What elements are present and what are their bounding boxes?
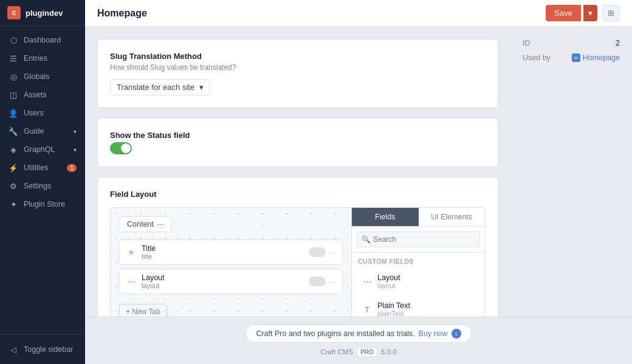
save-dropdown-button[interactable]: ▾ [583, 5, 597, 21]
users-icon: 👤 [9, 108, 18, 118]
field-more-icon[interactable]: ··· [329, 277, 336, 286]
grid-view-button[interactable]: ⊞ [602, 5, 620, 21]
homepage-link-icon: H [572, 53, 580, 62]
field-required-toggle[interactable] [309, 276, 326, 286]
tab-content-area: Content ··· ≡ Title title [111, 208, 351, 317]
sidebar-item-guide[interactable]: 🔧 Guide ▾ [0, 122, 85, 140]
trial-text: Craft Pro and two plugins are installed … [256, 329, 414, 338]
tab-fields[interactable]: Fields [352, 208, 419, 226]
fields-panel: Fields UI Elements 🔍 CUSTOM FIELDS ⋯ [351, 208, 485, 317]
buy-now-link[interactable]: Buy now [419, 329, 448, 338]
list-item[interactable]: ⋯ Layout layout [355, 269, 481, 294]
toggle-sidebar-label: Toggle sidebar [24, 345, 73, 354]
field-handle: layout [142, 282, 304, 289]
field-handle: title [142, 253, 304, 260]
app-name: plugindev [26, 9, 63, 18]
field-option-info: Plain Text plainText [377, 301, 410, 317]
search-icon: 🔍 [362, 235, 371, 244]
search-input[interactable] [357, 232, 480, 247]
content-tab[interactable]: Content ··· [119, 216, 171, 232]
sidebar-item-label: Entries [24, 54, 47, 63]
sidebar-nav: ⬡ Dashboard ☰ Entries ◎ Globals ◫ Assets… [0, 26, 85, 334]
meta-panel: ID 2 Used by H Homepage [510, 27, 632, 317]
field-layout-inner: Content ··· ≡ Title title [110, 207, 486, 317]
custom-fields-label: CUSTOM FIELDS [352, 253, 485, 267]
sidebar-item-label: Utilities [24, 163, 48, 172]
layout-field-icon: ⋯ [362, 276, 373, 287]
chevron-down-icon: ▾ [74, 128, 77, 135]
field-card-info: Layout layout [142, 273, 304, 289]
tab-ui-elements[interactable]: UI Elements [419, 208, 486, 226]
sidebar-item-users[interactable]: 👤 Users [0, 104, 85, 122]
new-tab-button[interactable]: + New Tab [119, 304, 167, 317]
plugin-icon: ✦ [9, 199, 18, 209]
field-name: Title [142, 244, 304, 253]
sidebar-item-label: Globals [24, 72, 49, 81]
meta-used-by-label: Used by [523, 53, 551, 62]
sidebar-item-label: Settings [24, 182, 51, 190]
tab-header: Content ··· [119, 216, 343, 232]
sidebar-item-entries[interactable]: ☰ Entries [0, 49, 85, 67]
tab-label: Content [127, 220, 154, 228]
app-logo[interactable]: c plugindev [0, 0, 85, 26]
sidebar-item-label: GraphQL [24, 145, 55, 154]
meta-id-label: ID [523, 39, 531, 47]
field-name: Layout [142, 273, 304, 282]
field-option-name: Layout [377, 273, 400, 282]
field-card-actions: ··· [309, 276, 336, 286]
meta-used-by-link[interactable]: H Homepage [572, 53, 620, 62]
sidebar-item-settings[interactable]: ⚙ Settings [0, 177, 85, 195]
field-required-toggle[interactable] [309, 247, 326, 257]
sidebar-item-globals[interactable]: ◎ Globals [0, 67, 85, 86]
meta-used-by-value: Homepage [583, 53, 620, 62]
sidebar-item-dashboard[interactable]: ⬡ Dashboard [0, 31, 85, 49]
sidebar-item-label: Users [24, 109, 44, 117]
chevron-down-icon: ▾ [199, 83, 204, 92]
sidebar-item-utilities[interactable]: ⚡ Utilities 1 [0, 159, 85, 177]
dashboard-icon: ⬡ [9, 35, 18, 45]
sidebar-item-assets[interactable]: ◫ Assets [0, 86, 85, 104]
status-section: Show the Status field [97, 118, 498, 167]
slug-label: Slug Translation Method [110, 52, 486, 61]
text-field-icon: T [362, 304, 373, 315]
chevron-down-icon: ▾ [74, 146, 77, 153]
sidebar-footer: ◁ Toggle sidebar [0, 334, 85, 364]
version-number: 5.0.0 [381, 348, 397, 355]
content-main: Slug Translation Method How should Slug … [85, 27, 510, 317]
trial-banner: Craft Pro and two plugins are installed … [246, 325, 471, 343]
version-label: Craft CMS [320, 348, 353, 355]
guide-icon: 🔧 [9, 126, 18, 136]
sidebar-item-label: Dashboard [24, 36, 61, 44]
field-more-icon[interactable]: ··· [329, 248, 336, 257]
list-item[interactable]: T Plain Text plainText [355, 297, 481, 317]
page-title: Homepage [97, 8, 147, 19]
entries-icon: ☰ [9, 53, 18, 63]
slug-dropdown-value: Translate for each site [117, 83, 194, 92]
toggle-sidebar-button[interactable]: ◁ Toggle sidebar [9, 341, 77, 358]
toggle-knob [121, 143, 131, 153]
sidebar-item-label: Assets [24, 91, 47, 99]
footer: Craft Pro and two plugins are installed … [85, 317, 632, 364]
sidebar-item-graphql[interactable]: ◈ GraphQL ▾ [0, 140, 85, 159]
field-card-actions: ··· [309, 247, 336, 257]
panel-tabs: Fields UI Elements [352, 208, 485, 227]
field-layout-section: Field Layout Content ··· ≡ [97, 177, 498, 317]
slug-dropdown[interactable]: Translate for each site ▾ [110, 79, 210, 95]
slug-sublabel: How should Slug values be translated? [110, 63, 486, 72]
meta-id-row: ID 2 [523, 39, 620, 47]
logo-icon: c [7, 6, 21, 19]
settings-icon: ⚙ [9, 181, 18, 191]
main-content: Homepage Save ▾ ⊞ Slug Translation Metho… [85, 0, 632, 364]
meta-used-by-row: Used by H Homepage [523, 53, 620, 62]
sidebar-item-plugin-store[interactable]: ✦ Plugin Store [0, 195, 85, 213]
utilities-badge: 1 [67, 164, 77, 172]
save-button[interactable]: Save [546, 5, 581, 21]
version-info: Craft CMS PRO 5.0.0 [97, 348, 620, 357]
content-area: Slug Translation Method How should Slug … [85, 27, 632, 317]
field-option-handle: layout [377, 282, 400, 289]
layout-icon: ⋯ [126, 276, 137, 287]
topbar-actions: Save ▾ ⊞ [546, 5, 620, 21]
status-toggle[interactable] [110, 142, 132, 154]
sidebar-item-label: Plugin Store [24, 200, 65, 208]
status-label: Show the Status field [110, 131, 486, 140]
